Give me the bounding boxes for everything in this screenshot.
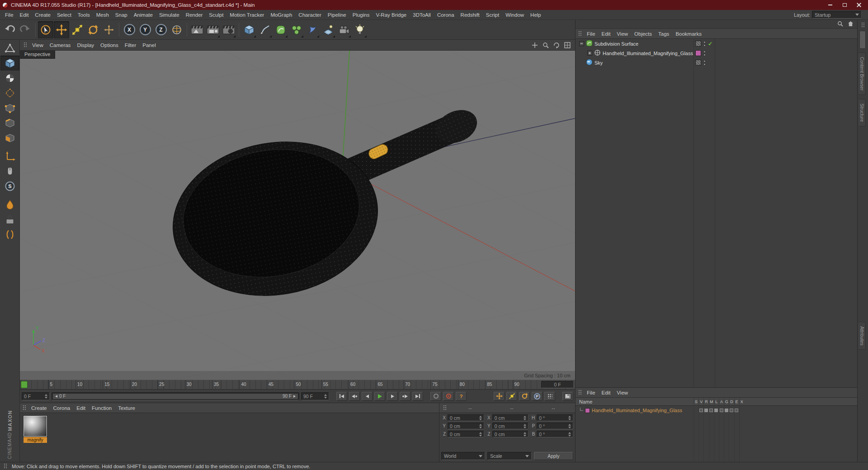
lock-y-button[interactable]: Y (137, 21, 153, 38)
layer-column-header[interactable]: E (734, 398, 739, 405)
go-to-start-button[interactable] (336, 392, 347, 401)
object-manager-menu-item[interactable]: File (584, 29, 599, 39)
collapse-icon[interactable] (579, 41, 584, 46)
layer-name[interactable]: Handheld_Illuminated_Magnifying_Glass (592, 408, 682, 413)
previous-key-button[interactable] (349, 392, 360, 401)
camera-button[interactable] (336, 21, 352, 38)
layer-toggles[interactable] (693, 406, 744, 415)
menu-item[interactable]: Help (527, 10, 544, 20)
panel-grip-icon[interactable] (578, 31, 582, 37)
size-y-field[interactable]: 0 cm (492, 423, 529, 429)
object-row[interactable]: Handheld_Illuminated_Magnifying_Glass (576, 48, 857, 58)
menu-item[interactable]: Motion Tracker (226, 10, 267, 20)
enabled-check-icon[interactable]: ✓ (708, 41, 712, 47)
go-to-end-button[interactable] (412, 392, 423, 401)
environment-button[interactable] (321, 21, 336, 38)
scale-tool[interactable] (70, 21, 85, 38)
lock-workplane-button[interactable] (0, 212, 19, 227)
layer-column-header[interactable]: D (729, 398, 734, 405)
layer-manager-menu-item[interactable]: View (613, 388, 631, 398)
rotation-p-field[interactable]: 0 ° (537, 423, 573, 429)
visibility-dots[interactable] (703, 51, 706, 56)
object-manager-menu-item[interactable]: View (613, 29, 631, 39)
panel-grip-icon[interactable] (443, 405, 447, 411)
apply-button[interactable]: Apply (534, 452, 573, 460)
menu-item[interactable]: Simulate (156, 10, 183, 20)
size-z-field[interactable]: 0 cm (492, 431, 529, 437)
menu-item[interactable]: Select (54, 10, 75, 20)
view-zoom-button[interactable] (542, 41, 550, 49)
object-row[interactable]: Sky (576, 58, 857, 67)
menu-item[interactable]: Tools (75, 10, 93, 20)
material-item[interactable]: magnify (24, 416, 47, 443)
object-label[interactable]: Subdivision Surface (594, 41, 638, 47)
coordinate-system-button[interactable] (169, 21, 184, 38)
subdivision-surface-button[interactable] (273, 21, 288, 38)
viewport-menu-item[interactable]: Panel (139, 40, 159, 50)
object-manager-menu-item[interactable]: Objects (631, 29, 655, 39)
viewport-menu-item[interactable]: Options (97, 40, 122, 50)
rotate-tool[interactable] (85, 21, 101, 38)
layer-column-header[interactable]: A (719, 398, 724, 405)
lock-z-button[interactable]: Z (153, 21, 169, 38)
workplane-mode-button[interactable] (0, 85, 19, 100)
layer-column-header[interactable]: R (703, 398, 708, 405)
enable-axis-button[interactable] (0, 149, 19, 164)
stepper-icon[interactable] (324, 394, 327, 399)
viewport-canvas[interactable]: Y Z X (20, 51, 575, 380)
visibility-dots[interactable] (703, 60, 706, 66)
points-mode-button[interactable] (0, 100, 19, 115)
deformer-button[interactable] (305, 21, 320, 38)
timeline-ruler[interactable]: 051015202530354045505560657075808590 0 F (20, 380, 575, 390)
polygons-mode-button[interactable] (0, 130, 19, 145)
tab-attributes[interactable]: Attributes (859, 322, 866, 350)
object-label[interactable]: Handheld_Illuminated_Magnifying_Glass (603, 51, 693, 56)
magnifying-glass-model[interactable] (160, 104, 482, 311)
menu-item[interactable]: Plugins (349, 10, 373, 20)
scrollbar-thumb[interactable] (859, 31, 866, 49)
layer-row[interactable]: Handheld_Illuminated_Magnifying_Glass (576, 406, 857, 415)
panel-grip-icon[interactable] (23, 405, 26, 411)
position-y-field[interactable]: 0 cm (448, 423, 484, 429)
viewport-menu-item[interactable]: Cameras (47, 40, 74, 50)
position-header[interactable]: -- (450, 405, 490, 411)
light-button[interactable] (352, 21, 368, 38)
object-tree[interactable]: Subdivision Surface ✓ Handheld_Illuminat… (576, 39, 857, 387)
cloner-button[interactable] (289, 21, 304, 38)
menu-item[interactable]: Create (32, 10, 54, 20)
object-label[interactable]: Sky (594, 60, 603, 66)
menu-item[interactable]: Redshift (458, 10, 483, 20)
material-menu-item[interactable]: Corona (50, 403, 74, 413)
panel-grip-icon[interactable] (861, 22, 865, 28)
stepper-icon[interactable] (45, 394, 47, 399)
view-rotate-button[interactable] (552, 41, 561, 49)
key-pla-toggle[interactable] (544, 392, 555, 401)
coordinate-space-dropdown[interactable]: World (441, 452, 485, 460)
viewport-menu-item[interactable]: Filter (122, 40, 140, 50)
live-selection-tool[interactable] (38, 21, 53, 38)
layer-column-header[interactable]: S (693, 398, 698, 405)
menu-item[interactable]: Snap (112, 10, 131, 20)
render-picture-viewer-button[interactable] (205, 21, 221, 38)
spline-pen-button[interactable] (257, 21, 273, 38)
layer-column-header[interactable]: V (698, 398, 703, 405)
paint-setup-button[interactable] (0, 197, 19, 212)
menu-item[interactable]: MoGraph (267, 10, 295, 20)
previous-frame-button[interactable] (362, 392, 373, 401)
texture-mode-button[interactable] (0, 70, 19, 85)
layer-color-chip[interactable] (585, 408, 590, 413)
layout-dropdown[interactable]: Startup (812, 11, 862, 19)
render-settings-button[interactable] (221, 21, 236, 38)
size-header[interactable]: -- (492, 405, 532, 411)
rotation-h-field[interactable]: 0 ° (537, 414, 573, 421)
minimize-button[interactable] (823, 1, 837, 9)
menu-item[interactable]: File (2, 10, 17, 20)
size-x-field[interactable]: 0 cm (492, 414, 529, 421)
open-timeline-button[interactable] (562, 392, 573, 401)
material-tag[interactable] (695, 50, 701, 56)
transform-mode-dropdown[interactable]: Scale (487, 452, 531, 460)
current-frame-field[interactable]: 0 F (541, 381, 574, 388)
visibility-dots[interactable] (703, 41, 706, 47)
next-key-button[interactable] (400, 392, 410, 401)
key-scale-toggle[interactable] (506, 392, 517, 401)
